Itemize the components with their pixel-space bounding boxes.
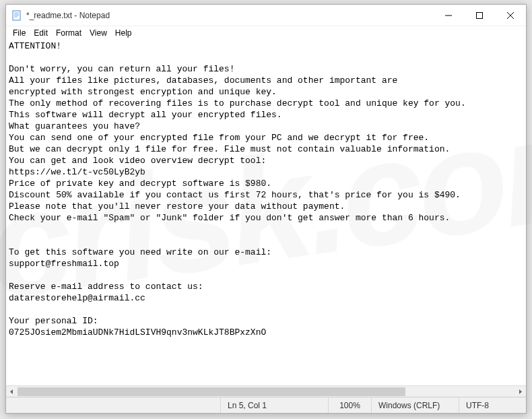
svg-rect-6 (477, 12, 483, 18)
close-icon (507, 12, 514, 19)
menubar: File Edit Format View Help (6, 26, 526, 40)
status-zoom: 100% (328, 397, 371, 413)
maximize-icon (476, 12, 483, 19)
triangle-right-icon (518, 389, 523, 394)
triangle-left-icon (9, 389, 14, 394)
status-encoding: UTF-8 (459, 397, 526, 413)
close-button[interactable] (495, 5, 526, 26)
status-line-ending: Windows (CRLF) (371, 397, 459, 413)
notepad-window: *_readme.txt - Notepad File Edit Format … (5, 4, 527, 414)
titlebar: *_readme.txt - Notepad (6, 5, 526, 26)
status-cursor-position: Ln 5, Col 1 (220, 397, 328, 413)
menu-format[interactable]: Format (52, 28, 86, 38)
minimize-icon (445, 12, 452, 19)
minimize-button[interactable] (433, 5, 464, 26)
status-spacer (6, 397, 220, 413)
menu-edit[interactable]: Edit (30, 28, 52, 38)
statusbar: Ln 5, Col 1 100% Windows (CRLF) UTF-8 (6, 397, 526, 413)
menu-view[interactable]: View (86, 28, 111, 38)
maximize-button[interactable] (464, 5, 495, 26)
scroll-right-button[interactable] (514, 386, 526, 397)
menu-help[interactable]: Help (111, 28, 136, 38)
notepad-app-icon (11, 10, 22, 21)
window-title: *_readme.txt - Notepad (26, 11, 433, 20)
horizontal-scrollbar[interactable] (6, 385, 526, 397)
scrollbar-track[interactable] (18, 386, 514, 397)
content-area: ATTENTION! Don't worry, you can return a… (6, 40, 526, 397)
svg-marker-9 (10, 389, 13, 394)
window-controls (433, 5, 526, 26)
svg-marker-10 (519, 389, 522, 394)
scroll-left-button[interactable] (6, 386, 18, 397)
text-editor[interactable]: ATTENTION! Don't worry, you can return a… (6, 40, 526, 385)
scrollbar-thumb[interactable] (18, 387, 405, 396)
menu-file[interactable]: File (9, 28, 30, 38)
